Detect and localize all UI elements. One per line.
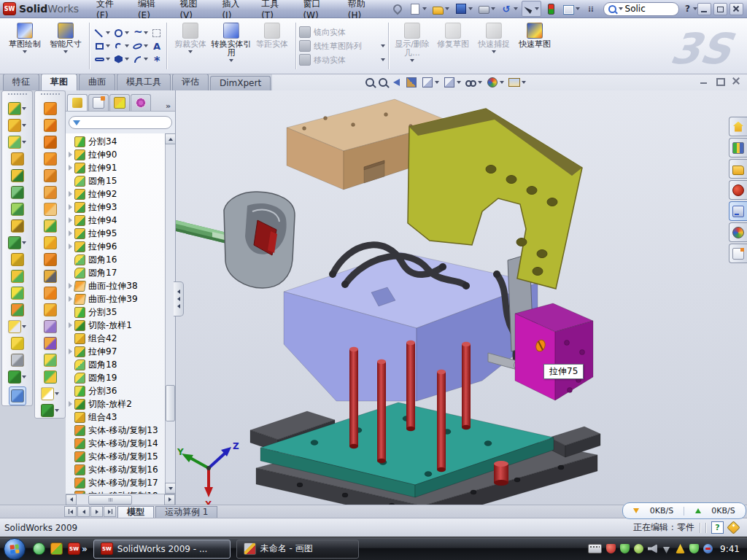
menu-f[interactable]: 文件(F) bbox=[89, 0, 131, 18]
network-warning-icon[interactable] bbox=[676, 544, 685, 553]
tree-item[interactable]: 实体-移动/复制16 bbox=[66, 463, 165, 476]
design-library-tab[interactable] bbox=[729, 138, 747, 158]
selection-box-button[interactable] bbox=[151, 28, 162, 39]
menu-v[interactable]: 视图(V) bbox=[172, 0, 214, 18]
expand-arrow-icon[interactable] bbox=[69, 230, 72, 236]
configurationmanager-tab[interactable] bbox=[109, 94, 130, 111]
tab-特征[interactable]: 特征 bbox=[3, 74, 39, 90]
panel-splitter-handle[interactable] bbox=[174, 281, 184, 316]
graphics-viewport[interactable]: Y Z X 拉伸75 bbox=[176, 90, 747, 505]
dropdown-caret-icon[interactable] bbox=[576, 7, 580, 10]
tree-item[interactable]: 圆角18 bbox=[66, 358, 165, 371]
zoom-fit-button[interactable] bbox=[365, 78, 374, 87]
tree-item[interactable]: 圆角17 bbox=[66, 266, 165, 279]
untrim-surface-button[interactable] bbox=[44, 303, 57, 317]
dropdown-caret-icon[interactable] bbox=[457, 81, 461, 84]
lofted-boss-button[interactable] bbox=[11, 168, 24, 183]
tab-模具工具[interactable]: 模具工具 bbox=[117, 74, 171, 90]
toolbar-drag-handle[interactable] bbox=[8, 93, 27, 98]
tree-item[interactable]: 组合43 bbox=[66, 411, 165, 424]
expand-arrow-icon[interactable] bbox=[69, 322, 72, 328]
dropdown-caret-icon[interactable] bbox=[535, 7, 539, 10]
dropdown-caret-icon[interactable] bbox=[22, 376, 26, 378]
menu-t[interactable]: 工具(T) bbox=[254, 0, 295, 18]
delete-face-button[interactable] bbox=[44, 269, 57, 284]
search-caret-icon[interactable] bbox=[619, 7, 623, 10]
dropdown-caret-icon[interactable] bbox=[422, 7, 427, 10]
launcher-icon[interactable] bbox=[50, 542, 63, 555]
insert-part-button[interactable] bbox=[8, 319, 26, 334]
zoom-area-button[interactable] bbox=[379, 78, 387, 87]
messenger-icon[interactable] bbox=[33, 542, 45, 555]
doc-restore-button[interactable] bbox=[715, 77, 725, 85]
tree-item[interactable]: 曲面-拉伸39 bbox=[66, 292, 165, 306]
first-tab-button[interactable] bbox=[64, 506, 77, 517]
select-icon[interactable] bbox=[522, 1, 541, 17]
fillet-button[interactable] bbox=[8, 135, 26, 149]
appearances-button[interactable] bbox=[487, 77, 504, 88]
sheet-tab-motion[interactable]: 运动算例 1 bbox=[155, 506, 217, 518]
dome-button[interactable] bbox=[44, 370, 57, 384]
replace-face-button[interactable] bbox=[44, 286, 57, 300]
planar-surface-button[interactable] bbox=[44, 202, 57, 217]
surface-fillet-button[interactable] bbox=[44, 353, 57, 368]
hole-wizard-button[interactable] bbox=[11, 219, 24, 233]
dropdown-caret-icon[interactable] bbox=[22, 141, 26, 144]
dropdown-caret-icon[interactable] bbox=[188, 50, 193, 53]
help-button[interactable]: ? bbox=[685, 4, 690, 14]
dropdown-caret-icon[interactable] bbox=[410, 59, 414, 62]
filled-surface-button[interactable] bbox=[44, 219, 57, 233]
dropdown-caret-icon[interactable] bbox=[514, 7, 518, 10]
expand-arrow-icon[interactable] bbox=[69, 401, 72, 407]
view-palette-tab[interactable] bbox=[729, 201, 747, 221]
dropdown-caret-icon[interactable] bbox=[522, 81, 526, 84]
open-icon[interactable] bbox=[430, 1, 452, 17]
taskbar-task[interactable]: SWSolidWorks 2009 - ... bbox=[93, 540, 231, 559]
dropdown-caret-icon[interactable] bbox=[22, 325, 26, 328]
rectangle-button[interactable] bbox=[94, 41, 110, 52]
revolved-boss-button[interactable] bbox=[8, 118, 26, 133]
tab-草图[interactable]: 草图 bbox=[41, 74, 77, 90]
protect-plus-icon[interactable] bbox=[689, 544, 699, 553]
display-states-icon[interactable] bbox=[543, 1, 560, 17]
prev-tab-button[interactable] bbox=[77, 506, 90, 517]
revolved-surface-button[interactable] bbox=[44, 118, 57, 133]
sync-blocked-icon[interactable] bbox=[703, 544, 713, 553]
dropdown-caret-icon[interactable] bbox=[106, 31, 110, 34]
keyboard-layout-icon[interactable] bbox=[588, 544, 602, 553]
status-help-button[interactable]: ? bbox=[711, 521, 724, 534]
expand-arrow-icon[interactable] bbox=[69, 204, 72, 210]
expand-arrow-icon[interactable] bbox=[69, 191, 72, 197]
menu-e[interactable]: 编辑(E) bbox=[131, 0, 172, 18]
dropdown-caret-icon[interactable] bbox=[23, 50, 27, 53]
tree-item[interactable]: 组合42 bbox=[66, 332, 165, 345]
offset-surface-button[interactable] bbox=[44, 236, 57, 250]
dropdown-caret-icon[interactable] bbox=[492, 50, 496, 53]
split-button[interactable] bbox=[11, 286, 24, 300]
doc-minimize-button[interactable] bbox=[699, 77, 709, 85]
polygon-button[interactable] bbox=[113, 54, 129, 65]
expand-arrow-icon[interactable] bbox=[69, 283, 72, 289]
display-style-button[interactable] bbox=[444, 77, 461, 88]
new-document-icon[interactable] bbox=[407, 1, 429, 17]
combine-button[interactable] bbox=[11, 269, 24, 284]
view-orientation-button[interactable] bbox=[422, 77, 439, 88]
dropdown-caret-icon[interactable] bbox=[381, 58, 385, 61]
scroll-right-button[interactable] bbox=[164, 494, 175, 505]
reference-plane-button[interactable] bbox=[11, 336, 24, 351]
measure-button[interactable] bbox=[9, 386, 26, 405]
tag-icon[interactable] bbox=[727, 521, 740, 534]
previous-view-button[interactable] bbox=[392, 77, 401, 88]
tab-评估[interactable]: 评估 bbox=[172, 74, 209, 90]
menu-i[interactable]: 插入(I) bbox=[214, 0, 254, 18]
tab-曲面[interactable]: 曲面 bbox=[79, 74, 115, 90]
tab-DimXpert[interactable]: DimXpert bbox=[210, 76, 271, 90]
tree-item[interactable]: 实体-移动/复制14 bbox=[66, 437, 165, 450]
dropdown-caret-icon[interactable] bbox=[22, 241, 26, 244]
dropdown-caret-icon[interactable] bbox=[144, 58, 148, 61]
restore-button[interactable] bbox=[713, 3, 727, 15]
tree-item[interactable]: 分割36 bbox=[66, 384, 165, 397]
doc-close-button[interactable] bbox=[731, 77, 741, 85]
dimxpertmanager-tab[interactable] bbox=[131, 94, 151, 111]
dropdown-caret-icon[interactable] bbox=[381, 44, 385, 47]
